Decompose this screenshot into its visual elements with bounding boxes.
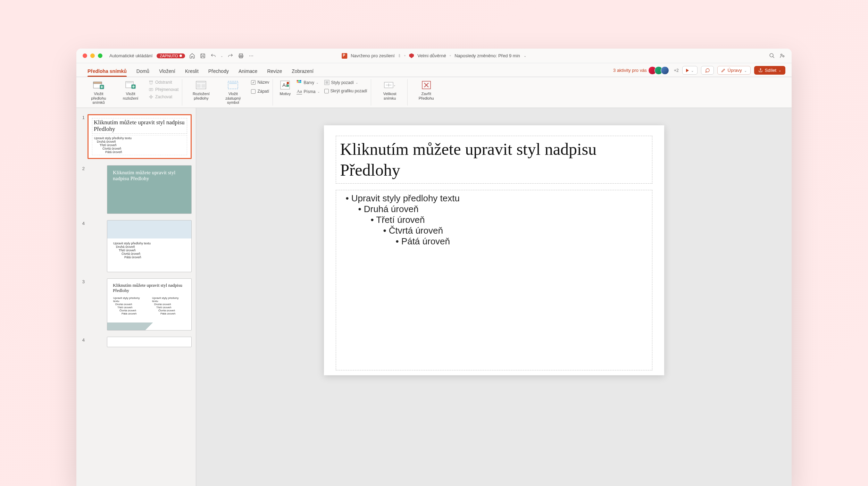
maximize-window-icon[interactable] bbox=[98, 53, 102, 58]
ribbon: Vložit předlohu snímků Vložit rozložení … bbox=[76, 77, 792, 108]
title-checkbox[interactable]: Název bbox=[251, 79, 269, 85]
ribbon-tabs: Předloha snímků Domů Vložení Kreslit Pře… bbox=[76, 63, 792, 77]
svg-rect-17 bbox=[197, 82, 205, 83]
insert-placeholder-button[interactable]: Vložit zástupný symbol bbox=[219, 79, 247, 106]
tab-home[interactable]: Domů bbox=[132, 68, 154, 77]
titlebar-center: Navrženo pro zesílení ⩉ • Velmi důvěrné … bbox=[342, 53, 526, 59]
body-placeholder[interactable]: Upravit styly předlohy textu Druhá úrove… bbox=[336, 190, 652, 370]
avatar[interactable] bbox=[661, 66, 669, 75]
delete-button[interactable]: Odstranit bbox=[149, 79, 178, 85]
svg-point-6 bbox=[783, 56, 784, 57]
svg-rect-0 bbox=[201, 54, 205, 58]
collab-icon[interactable] bbox=[779, 53, 785, 59]
undo-icon[interactable] bbox=[210, 53, 216, 59]
play-icon bbox=[686, 69, 689, 72]
titlebar: Automatické ukládání ZAPNUTO ⌄ ⋯ Navržen… bbox=[76, 49, 792, 63]
svg-rect-18 bbox=[197, 84, 201, 88]
more-icon[interactable]: ⋯ bbox=[248, 53, 254, 59]
autosave-toggle[interactable]: ZAPNUTO bbox=[157, 53, 185, 58]
svg-rect-30 bbox=[299, 82, 300, 83]
colors-button[interactable]: Barvy ⌄ bbox=[297, 79, 320, 86]
svg-point-15 bbox=[150, 96, 152, 98]
tab-review[interactable]: Revize bbox=[262, 68, 287, 77]
svg-rect-26 bbox=[297, 80, 298, 82]
svg-rect-1 bbox=[239, 54, 242, 55]
tab-insert[interactable]: Vložení bbox=[154, 68, 180, 77]
tab-view[interactable]: Zobrazení bbox=[287, 68, 318, 77]
tab-draw[interactable]: Kreslit bbox=[180, 68, 203, 77]
hide-bg-checkbox[interactable]: Skrýt grafiku pozadí bbox=[324, 88, 367, 94]
search-icon[interactable] bbox=[769, 53, 775, 59]
layout-thumb[interactable]: Kliknutím můžete upravit styl nadpisu Př… bbox=[107, 165, 192, 214]
master-layout-button[interactable]: Rozložení předlohy bbox=[187, 79, 215, 101]
save-icon[interactable] bbox=[200, 53, 206, 59]
svg-rect-21 bbox=[229, 82, 237, 84]
tab-slide-master[interactable]: Předloha snímků bbox=[83, 68, 132, 77]
svg-rect-25 bbox=[287, 85, 289, 87]
window-controls bbox=[83, 53, 102, 58]
slide-master-thumb[interactable]: Kliknutím můžete upravit styl nadpisu Př… bbox=[87, 114, 192, 159]
themes-button[interactable]: Aa Motivy bbox=[278, 79, 292, 97]
slide-size-button[interactable]: ⌄ Velikost snímku bbox=[376, 79, 404, 101]
designer-status[interactable]: Navrženo pro zesílení bbox=[351, 53, 394, 58]
slide-master[interactable]: Kliknutím můžete upravit styl nadpisu Př… bbox=[324, 125, 664, 375]
rename-button[interactable]: Přejmenovat bbox=[149, 86, 178, 93]
thumb-number: 4 bbox=[81, 220, 85, 272]
autosave-label: Automatické ukládání bbox=[109, 53, 152, 58]
preserve-button[interactable]: Zachovat bbox=[149, 94, 178, 100]
thumbnail-panel[interactable]: 1 Kliknutím můžete upravit styl nadpisu … bbox=[76, 108, 196, 486]
svg-rect-29 bbox=[297, 82, 298, 83]
close-master-button[interactable]: Zavřít Předlohu bbox=[412, 79, 440, 101]
thumb-number: 1 bbox=[81, 114, 85, 159]
fonts-button[interactable]: AaPísma ⌄ bbox=[297, 88, 320, 95]
thumb-number: 3 bbox=[81, 278, 85, 330]
comments-button[interactable] bbox=[701, 66, 714, 75]
last-modified[interactable]: Naposledy změněno: Před 9 min bbox=[454, 53, 520, 58]
editor-body: 1 Kliknutím můžete upravit styl nadpisu … bbox=[76, 108, 792, 486]
tab-animations[interactable]: Animace bbox=[234, 68, 262, 77]
tab-transitions[interactable]: Přechody bbox=[203, 68, 234, 77]
layout-thumb[interactable]: Kliknutím můžete upravit styl nadpisu Př… bbox=[107, 278, 192, 330]
background-styles-button[interactable]: Styly pozadí ⌄ bbox=[324, 79, 367, 86]
svg-point-4 bbox=[770, 53, 773, 57]
print-icon[interactable] bbox=[238, 53, 244, 59]
svg-point-5 bbox=[781, 54, 782, 56]
footer-checkbox[interactable]: Zápatí bbox=[251, 88, 269, 94]
activity-link[interactable]: 3 aktivity pro vás bbox=[613, 68, 647, 73]
thumb-number: 4 bbox=[81, 337, 85, 347]
layout-thumb[interactable]: Upravit styly předlohy textu Druhá úrove… bbox=[107, 220, 192, 272]
powerpoint-icon bbox=[342, 53, 347, 59]
svg-rect-31 bbox=[300, 82, 301, 83]
svg-point-33 bbox=[325, 81, 328, 84]
share-button[interactable]: Sdílet bbox=[754, 66, 785, 75]
svg-rect-13 bbox=[149, 81, 152, 82]
thumb-number: 2 bbox=[81, 165, 85, 214]
svg-rect-24 bbox=[287, 82, 289, 84]
svg-rect-27 bbox=[299, 80, 300, 82]
editing-mode-button[interactable]: Úpravy bbox=[717, 66, 751, 75]
svg-rect-8 bbox=[93, 82, 102, 84]
layout-thumb[interactable] bbox=[107, 337, 192, 347]
insert-slide-master-button[interactable]: Vložit předlohu snímků bbox=[85, 79, 112, 106]
shield-icon bbox=[409, 53, 414, 58]
close-window-icon[interactable] bbox=[83, 53, 87, 58]
svg-rect-11 bbox=[126, 82, 133, 83]
minimize-window-icon[interactable] bbox=[90, 53, 95, 58]
presence-avatars[interactable] bbox=[650, 66, 669, 75]
insert-layout-button[interactable]: Vložit rozložení bbox=[117, 79, 144, 101]
title-placeholder[interactable]: Kliknutím můžete upravit styl nadpisu Př… bbox=[336, 136, 652, 184]
sensitivity-label[interactable]: Velmi důvěrné bbox=[417, 53, 446, 58]
present-button[interactable] bbox=[682, 66, 698, 75]
people-icon[interactable]: ⩉ bbox=[398, 53, 401, 58]
slide-canvas-area[interactable]: Kliknutím můžete upravit styl nadpisu Př… bbox=[196, 108, 792, 486]
app-window: Automatické ukládání ZAPNUTO ⌄ ⋯ Navržen… bbox=[76, 49, 792, 486]
home-icon[interactable] bbox=[189, 53, 195, 59]
svg-rect-28 bbox=[300, 80, 301, 82]
redo-icon[interactable] bbox=[227, 53, 234, 59]
svg-rect-19 bbox=[201, 84, 205, 88]
avatar-overflow[interactable]: +2 bbox=[674, 68, 679, 73]
